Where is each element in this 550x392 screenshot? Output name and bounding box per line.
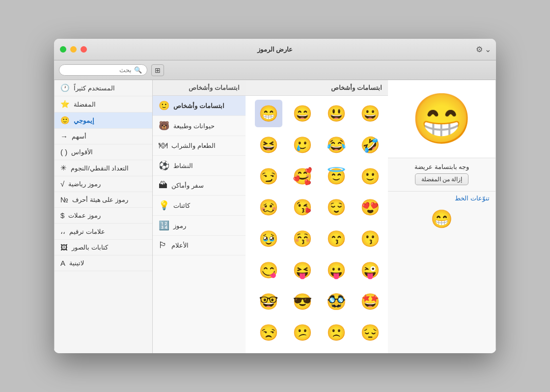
sidebar-item-arrows[interactable]: أسهم→ [55, 129, 152, 144]
category-icon: 🔢 [159, 220, 169, 231]
category-header: ابتسامات وأشخاص [153, 80, 246, 96]
emoji-cell[interactable]: 😏 [255, 163, 282, 190]
sidebar-label: كتابات بالصور [72, 244, 108, 251]
search-input[interactable] [64, 66, 132, 74]
preview-panel: 😁 وجه بابتسامة عريضة إزالة من المفضلة تن… [388, 80, 496, 353]
emoji-cell[interactable]: 😍 [357, 194, 384, 221]
emoji-cell[interactable]: 😀 [357, 100, 384, 127]
emoji-cell[interactable]: 😋 [255, 256, 282, 284]
emoji-cell[interactable]: 🙁 [323, 319, 350, 346]
variation-emoji[interactable]: 😁 [427, 205, 457, 233]
sidebar-item-letterlike[interactable]: رموز على هيئة أحرف№ [55, 192, 152, 208]
emoji-cell[interactable]: 😙 [323, 225, 350, 252]
search-box: 🔍 [59, 64, 147, 76]
sidebar-items-container: المستخدم كثيراً🕐المفضلة⭐إيموجي🙂أسهم→الأق… [55, 80, 152, 271]
sidebar-label: علامات ترقيم [69, 228, 105, 235]
category-item-travel[interactable]: سفر وأماكن🏔 [153, 176, 246, 196]
category-item-symbols[interactable]: رموز🔢 [153, 216, 246, 236]
sidebar-label: إيموجي [74, 117, 94, 124]
sidebar-label: المفضلة [74, 101, 96, 108]
emoji-cell[interactable]: 😗 [357, 225, 384, 252]
emoji-cell[interactable]: 😛 [323, 256, 350, 284]
category-icon: 💡 [159, 200, 169, 211]
minimize-button[interactable] [70, 46, 77, 53]
sidebar-item-currency[interactable]: رموز عملات$ [55, 208, 152, 224]
emoji-cell[interactable]: 🥰 [289, 163, 316, 190]
emoji-cell[interactable]: 🤓 [255, 288, 282, 315]
emoji-cell[interactable]: 😕 [289, 319, 316, 346]
sidebar-icon: $ [60, 211, 64, 220]
emoji-cell[interactable]: 😔 [357, 319, 384, 346]
sidebar-item-emoji[interactable]: إيموجي🙂 [55, 112, 152, 129]
category-label: رموز [173, 222, 186, 229]
category-item-objects[interactable]: كائنات💡 [153, 196, 246, 216]
category-item-animals[interactable]: حيوانات وطبيعة🐻 [153, 116, 246, 136]
category-item-flags[interactable]: الأعلام🏳 [153, 236, 246, 255]
emoji-cell[interactable]: 😌 [323, 194, 350, 221]
category-icon: 🏔 [159, 180, 167, 191]
category-icon: 🙂 [159, 100, 169, 111]
toolbar: ⊞ 🔍 [54, 60, 496, 80]
settings-button[interactable]: ⌄ ⚙ [476, 45, 491, 54]
remove-favorites-button[interactable]: إزالة من المفضلة [415, 173, 469, 185]
category-icon: 🏳 [159, 240, 167, 251]
emoji-cell[interactable]: 🙂 [357, 163, 384, 190]
category-items-container: ابتسامات وأشخاص🙂حيوانات وطبيعة🐻الطعام وا… [153, 96, 246, 255]
window-controls [60, 46, 87, 53]
preview-emoji: 😁 [411, 90, 472, 148]
sidebar-item-favorites[interactable]: المفضلة⭐ [55, 96, 152, 112]
emoji-cell[interactable]: 🥴 [255, 194, 282, 221]
sidebar-icon: √ [60, 180, 64, 188]
emoji-cell[interactable]: 😂 [323, 131, 350, 159]
sidebar-label: لاتينية [69, 259, 84, 267]
emoji-cell[interactable]: 😚 [289, 225, 316, 252]
emoji-cell[interactable]: 😒 [255, 319, 282, 346]
sidebar-item-punctuation[interactable]: التعداد النقطي/النجوم✳ [55, 160, 152, 176]
category-label: ابتسامات وأشخاص [173, 102, 224, 110]
sidebar-icon: A [60, 259, 65, 267]
emoji-cell[interactable]: 😎 [289, 288, 316, 315]
sidebar-icon: 🙂 [60, 116, 70, 125]
emoji-grid: 😀😃😄😁🤣😂🥲😆🙂😇🥰😏😍😌😘🥴😗😙😚🥹😜😛😝😋🤩🥸😎🤓😔🙁😕😒 [246, 96, 388, 353]
emoji-cell[interactable]: 🤩 [357, 288, 384, 315]
sidebar-label: أسهم [72, 133, 86, 140]
emoji-cell[interactable]: 😜 [357, 256, 384, 284]
sidebar-item-brackets[interactable]: الأقواس( ) [55, 144, 152, 160]
sidebar-label: رموز على هيئة أحرف [72, 196, 128, 203]
sidebar-label: التعداد النقطي/النجوم [71, 165, 129, 172]
sidebar-label: رموز عملات [68, 212, 101, 219]
emoji-cell[interactable]: 😄 [289, 100, 316, 127]
sidebar-icon: → [60, 132, 68, 140]
emoji-cell[interactable]: 🥲 [289, 131, 316, 159]
sidebar-icon: ،، [60, 227, 65, 236]
emoji-cell[interactable]: 🥸 [323, 288, 350, 315]
sidebar-item-punctuation2[interactable]: علامات ترقيم،، [55, 224, 152, 240]
preview-name: وجه بابتسامة عريضة [409, 158, 475, 173]
category-item-activity[interactable]: النشاط⚽ [153, 156, 246, 176]
sidebar-item-math[interactable]: رموز رياضية√ [55, 176, 152, 192]
font-variations-label: تنوّعات الخط [388, 191, 495, 205]
emoji-cell[interactable]: 😃 [323, 100, 350, 127]
sidebar-item-pictographs[interactable]: كتابات بالصور🖼 [55, 240, 152, 255]
category-item-food[interactable]: الطعام والشراب🍽 [153, 136, 246, 156]
main-window: عارض الرموز ⌄ ⚙ ⊞ 🔍 😁 وجه بابتسامة عريضة… [54, 39, 496, 353]
sidebar-item-recently-used[interactable]: المستخدم كثيراً🕐 [55, 80, 152, 96]
emoji-cell[interactable]: 😝 [289, 256, 316, 284]
maximize-button[interactable] [60, 46, 66, 53]
emoji-cell[interactable]: 🤣 [357, 131, 384, 159]
emoji-cell[interactable]: 😇 [323, 163, 350, 190]
close-button[interactable] [81, 46, 87, 53]
sidebar-icon: 🖼 [60, 243, 68, 252]
sidebar-label: المستخدم كثيراً [74, 84, 115, 92]
emoji-cell[interactable]: 😆 [255, 131, 282, 159]
grid-view-button[interactable]: ⊞ [151, 64, 164, 76]
emoji-cell[interactable]: 🥹 [255, 225, 282, 252]
sidebar-label: رموز رياضية [68, 180, 101, 188]
sidebar-item-latin[interactable]: لاتينيةA [55, 255, 152, 271]
emoji-cell[interactable]: 😘 [289, 194, 316, 221]
preview-image-area: 😁 [388, 80, 495, 158]
emoji-panel: ابتسامات وأشخاص 😀😃😄😁🤣😂🥲😆🙂😇🥰😏😍😌😘🥴😗😙😚🥹😜😛😝😋… [246, 80, 388, 353]
category-item-smileys[interactable]: ابتسامات وأشخاص🙂 [153, 96, 246, 116]
category-label: النشاط [173, 162, 193, 169]
emoji-cell[interactable]: 😁 [255, 100, 282, 127]
